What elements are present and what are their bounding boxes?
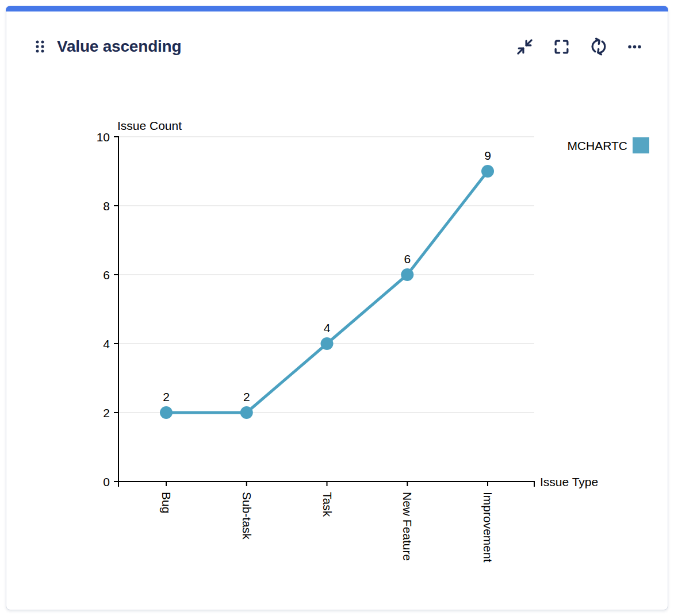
- data-point[interactable]: [160, 406, 173, 419]
- chart-point-labels: 22469: [163, 149, 491, 403]
- y-tick-label: 0: [103, 475, 110, 488]
- data-point-label: 9: [484, 149, 491, 162]
- x-tick-label: Bug: [160, 492, 173, 513]
- y-tick-label: 6: [103, 268, 110, 282]
- chart-axis-titles: Issue CountIssue Type: [117, 119, 598, 488]
- legend-label: MCHARTC: [567, 139, 627, 152]
- y-axis-title: Issue Count: [117, 119, 182, 132]
- x-tick-label: New Feature: [401, 492, 414, 561]
- dashboard-gadget-card: Value ascending: [6, 6, 668, 610]
- chart-gridlines: [118, 137, 534, 413]
- y-tick-label: 10: [97, 130, 110, 144]
- chart-legend[interactable]: MCHARTC: [567, 137, 649, 153]
- y-tick-label: 8: [103, 199, 110, 213]
- data-point[interactable]: [481, 165, 494, 178]
- x-axis-title: Issue Type: [540, 475, 598, 488]
- y-tick-label: 4: [103, 337, 110, 351]
- data-point-label: 2: [243, 390, 250, 403]
- x-tick-label: Sub-task: [240, 492, 254, 540]
- data-point-label: 6: [404, 252, 411, 265]
- y-axis-line: [114, 137, 118, 482]
- x-tick-label: Task: [321, 492, 334, 517]
- data-point-label: 2: [163, 390, 170, 403]
- data-point[interactable]: [321, 337, 334, 350]
- series-line: [166, 171, 488, 413]
- line-chart: 0246810BugSub-taskTaskNew FeatureImprove…: [6, 6, 669, 611]
- dashboard-background: Value ascending: [0, 0, 674, 616]
- data-point-label: 4: [324, 321, 331, 334]
- x-tick-label: Improvement: [481, 492, 495, 563]
- data-point[interactable]: [240, 406, 253, 419]
- chart-series: [160, 165, 494, 419]
- legend-swatch[interactable]: [633, 137, 649, 153]
- data-point[interactable]: [401, 268, 413, 281]
- y-tick-label: 2: [103, 406, 110, 419]
